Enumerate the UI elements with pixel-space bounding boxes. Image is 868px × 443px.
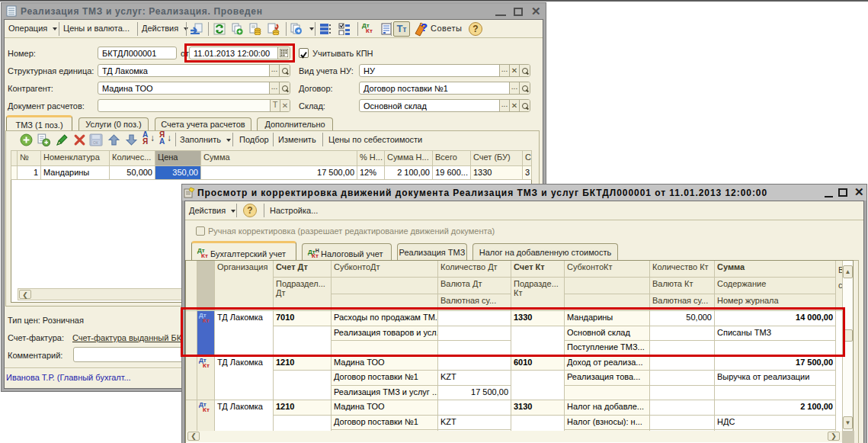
svg-text:?: ? <box>421 21 428 34</box>
svg-text:ОК: ОК <box>93 140 98 145</box>
